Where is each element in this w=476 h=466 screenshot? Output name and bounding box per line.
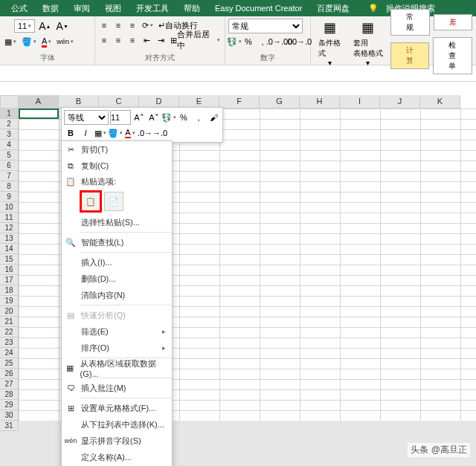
col-header[interactable]: K	[420, 95, 460, 109]
tab-devtools[interactable]: 开发工具	[129, 1, 176, 16]
col-header[interactable]: I	[340, 95, 380, 109]
indent-inc-icon[interactable]: ⇥	[155, 33, 167, 47]
increase-font-icon[interactable]: A▲	[37, 19, 52, 33]
merge-button[interactable]: ⊞ 合并后居中	[169, 33, 222, 47]
row-header[interactable]: 5	[0, 150, 19, 161]
row-header[interactable]: 9	[0, 192, 19, 202]
row-header[interactable]: 1	[0, 109, 19, 119]
tab-baidu[interactable]: 百度网盘	[309, 1, 357, 16]
row-header[interactable]: 21	[0, 317, 19, 327]
col-header[interactable]: H	[300, 95, 340, 109]
col-header[interactable]: G	[260, 95, 300, 109]
number-format-select[interactable]: 常规	[228, 19, 303, 33]
align-left-icon[interactable]: ≡	[98, 33, 110, 47]
paste-option-default[interactable]: 📋	[81, 192, 100, 211]
mini-size-input[interactable]	[110, 110, 131, 125]
row-header[interactable]: 4	[0, 140, 19, 150]
mini-italic-icon[interactable]: I	[79, 126, 92, 140]
mini-fill-icon[interactable]: 🪣	[109, 126, 122, 140]
font-color-icon[interactable]: A	[40, 35, 53, 48]
col-header[interactable]: F	[219, 95, 260, 109]
ctx-paste-special[interactable]: 选择性粘贴(S)...	[62, 214, 172, 230]
tab-view[interactable]: 视图	[97, 1, 129, 16]
row-header[interactable]: 8	[0, 181, 19, 192]
mini-comma-icon[interactable]: ,	[192, 111, 205, 124]
align-center-icon[interactable]: ≡	[112, 33, 124, 47]
col-header[interactable]: J	[380, 95, 420, 109]
ctx-pick-list[interactable]: 从下拉列表中选择(K)...	[62, 416, 172, 433]
mini-fontcolor-icon[interactable]: A	[123, 126, 137, 140]
row-header[interactable]: 15	[0, 254, 19, 265]
row-header[interactable]: 29	[0, 400, 19, 410]
mini-bold-icon[interactable]: B	[64, 126, 77, 140]
mini-incdec-icon[interactable]: .0→	[138, 126, 152, 140]
fill-color-icon[interactable]: 🪣	[20, 35, 38, 48]
row-header[interactable]: 19	[0, 296, 19, 306]
conditional-format-button[interactable]: ▦条件格式▾	[314, 16, 347, 68]
ctx-smart-lookup[interactable]: 🔍智能查找(L)	[62, 234, 172, 250]
row-header[interactable]: 7	[0, 171, 19, 181]
mini-percent-icon[interactable]: %	[177, 111, 190, 124]
paste-option-values[interactable]: 📄	[104, 192, 123, 211]
orientation-icon[interactable]: ⟳	[141, 19, 155, 32]
ctx-clear[interactable]: 清除内容(N)	[62, 287, 172, 303]
row-header[interactable]: 6	[0, 161, 19, 171]
row-header[interactable]: 16	[0, 265, 19, 275]
mini-format-painter-icon[interactable]: 🖌	[207, 111, 220, 124]
mini-font-select[interactable]: 等线	[64, 110, 109, 125]
row-header[interactable]: 11	[0, 213, 19, 223]
border-icon[interactable]: ▦	[3, 35, 18, 48]
row-header[interactable]: 27	[0, 379, 19, 389]
row-header[interactable]: 14	[0, 244, 19, 254]
row-header[interactable]: 20	[0, 306, 19, 317]
row-header[interactable]: 10	[0, 202, 19, 213]
align-middle-icon[interactable]: ≡	[112, 19, 124, 32]
tab-formulas[interactable]: 公式	[4, 1, 35, 16]
cell-style-bad[interactable]: 差	[434, 14, 472, 30]
tab-help[interactable]: 帮助	[176, 1, 208, 16]
ctx-cut[interactable]: ✂剪切(T)	[62, 141, 172, 158]
ctx-copy[interactable]: ⧉复制(C)	[62, 158, 172, 174]
row-header[interactable]: 26	[0, 369, 19, 379]
tab-data[interactable]: 数据	[35, 1, 66, 16]
cell-style-check[interactable]: 检查单	[433, 37, 472, 74]
row-header[interactable]: 13	[0, 233, 19, 244]
row-header[interactable]: 25	[0, 358, 19, 369]
row-header[interactable]: 24	[0, 348, 19, 358]
accounting-icon[interactable]: 💱	[228, 35, 240, 48]
align-top-icon[interactable]: ≡	[98, 19, 110, 32]
mini-border-icon[interactable]: ▦	[94, 126, 107, 140]
ctx-phonetic[interactable]: wén显示拼音字段(S)	[62, 433, 172, 449]
ctx-get-data[interactable]: ▦从表格/区域获取数据(G)...	[62, 360, 172, 376]
row-header[interactable]: 18	[0, 285, 19, 296]
align-right-icon[interactable]: ≡	[126, 33, 138, 47]
ctx-filter[interactable]: 筛选(E)	[62, 323, 172, 340]
cell-style-normal[interactable]: 常规	[390, 9, 430, 36]
indent-dec-icon[interactable]: ⇤	[141, 33, 152, 47]
dec-decimal-icon[interactable]: .00→.0	[290, 35, 307, 48]
ctx-insert[interactable]: 插入(I)...	[62, 254, 172, 271]
font-size-select[interactable]: 11	[14, 19, 35, 33]
tab-review[interactable]: 审阅	[66, 1, 97, 16]
row-header[interactable]: 3	[0, 129, 19, 140]
tab-easy-doc[interactable]: Easy Document Creator	[208, 1, 309, 15]
mini-accounting-icon[interactable]: 💱	[162, 111, 176, 124]
table-format-button[interactable]: ▦套用 表格格式▾	[349, 16, 387, 68]
row-header[interactable]: 28	[0, 389, 19, 400]
active-cell[interactable]	[19, 109, 59, 119]
select-all-corner[interactable]	[0, 95, 19, 109]
ctx-format-cells[interactable]: ⊞设置单元格格式(F)...	[62, 400, 172, 416]
row-header[interactable]: 22	[0, 327, 19, 337]
row-header[interactable]: 17	[0, 275, 19, 285]
cell-style-calc[interactable]: 计算	[390, 42, 429, 69]
row-header[interactable]: 2	[0, 119, 19, 129]
ctx-define-name[interactable]: 定义名称(A)...	[62, 449, 172, 465]
row-header[interactable]: 30	[0, 410, 19, 421]
row-header[interactable]: 31	[0, 421, 19, 431]
ctx-sort[interactable]: 排序(O)	[62, 340, 172, 356]
align-bottom-icon[interactable]: ≡	[126, 19, 138, 32]
phonetic-icon[interactable]: wén	[55, 35, 75, 48]
mini-inc-font-icon[interactable]: A˄	[132, 111, 146, 124]
ctx-insert-comment[interactable]: 🗨插入批注(M)	[62, 380, 172, 396]
col-header[interactable]: A	[19, 95, 59, 109]
